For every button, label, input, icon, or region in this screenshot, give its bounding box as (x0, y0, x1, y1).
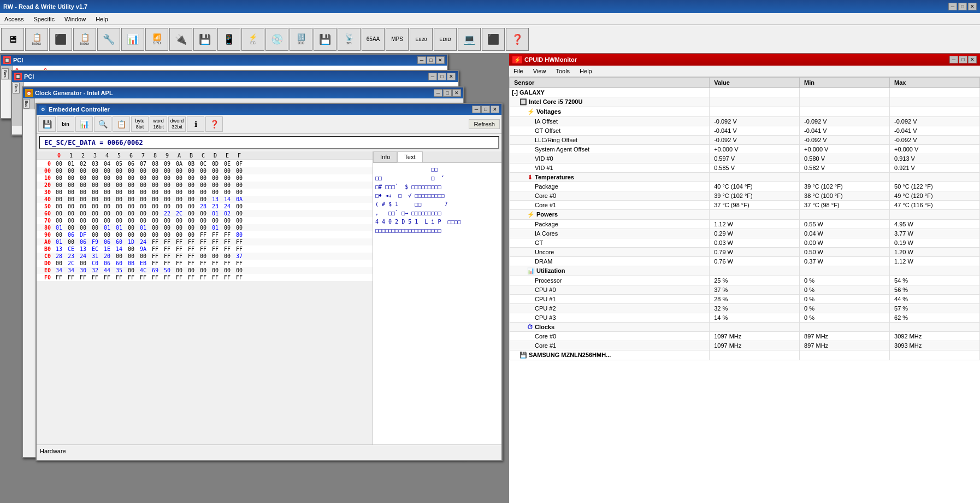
hex-cell-C0-13[interactable]: 00 (209, 253, 221, 259)
hex-cell-E0-5[interactable]: 35 (113, 267, 125, 273)
clock-maximize[interactable]: □ (443, 89, 452, 97)
menu-specific[interactable]: Specific (31, 15, 57, 24)
hex-cell-E0-12[interactable]: 00 (197, 267, 209, 273)
hex-cell-70-1[interactable]: 00 (65, 218, 77, 224)
clock-minimize[interactable]: ─ (434, 89, 442, 97)
hex-cell-90-1[interactable]: 06 (65, 232, 77, 238)
hex-cell-70-5[interactable]: 00 (113, 218, 125, 224)
hex-cell-F0-12[interactable]: FF (197, 274, 209, 280)
hex-cell-C0-10[interactable]: FF (173, 253, 185, 259)
hex-cell-30-3[interactable]: 00 (89, 189, 101, 195)
hex-cell-50-2[interactable]: 00 (77, 203, 89, 209)
hex-cell-10-4[interactable]: 00 (101, 175, 113, 181)
hex-cell-A0-8[interactable]: FF (149, 239, 161, 245)
hex-cell-E0-11[interactable]: 00 (185, 267, 197, 273)
tool-btn-2[interactable]: ⬛ (49, 28, 72, 51)
hex-cell-00-5[interactable]: 00 (113, 168, 125, 174)
hex-cell-80-4[interactable]: 01 (101, 225, 113, 231)
hex-cell-20-9[interactable]: 00 (161, 182, 173, 188)
hex-cell-C0-6[interactable]: 00 (125, 253, 137, 259)
hex-cell-60-11[interactable]: 00 (185, 210, 197, 217)
hex-cell-D0-9[interactable]: FF (161, 260, 173, 266)
hex-cell-F0-8[interactable]: FF (149, 274, 161, 280)
hex-cell-20-0[interactable]: 00 (53, 182, 65, 188)
hex-cell-40-10[interactable]: 00 (173, 196, 185, 202)
hex-cell-40-14[interactable]: 14 (221, 196, 233, 202)
hex-cell-D0-10[interactable]: FF (173, 260, 185, 266)
hex-cell-A0-7[interactable]: 24 (137, 239, 149, 245)
hex-cell-70-14[interactable]: 00 (221, 218, 233, 224)
hex-cell-C0-14[interactable]: 00 (221, 253, 233, 259)
hex-cell-60-8[interactable]: 00 (149, 210, 161, 217)
hex-cell-40-8[interactable]: 00 (149, 196, 161, 202)
tool-btn-edid[interactable]: EDID (434, 28, 457, 51)
hex-cell-00-4[interactable]: 00 (101, 168, 113, 174)
hex-cell-60-12[interactable]: 00 (197, 210, 209, 217)
hwmon-menu-help[interactable]: Help (577, 67, 594, 75)
hex-cell-0-0[interactable]: 00 (53, 161, 65, 167)
hex-cell-E0-8[interactable]: 69 (149, 267, 161, 273)
hex-cell-E0-10[interactable]: 00 (173, 267, 185, 273)
hex-cell-00-8[interactable]: 00 (149, 168, 161, 174)
tool-btn-13[interactable]: 💾 (314, 28, 336, 51)
hex-cell-10-13[interactable]: 00 (209, 175, 221, 181)
hex-cell-C0-11[interactable]: FF (185, 253, 197, 259)
tool-btn-9[interactable]: 📱 (217, 28, 240, 51)
hex-cell-20-15[interactable]: 00 (233, 182, 245, 188)
tab-text[interactable]: Text (397, 151, 422, 162)
hex-cell-50-3[interactable]: 00 (89, 203, 101, 209)
ec-tool-byte[interactable]: byte8bit (131, 116, 149, 132)
hex-cell-80-11[interactable]: 00 (185, 225, 197, 231)
hex-cell-50-10[interactable]: 00 (173, 203, 185, 209)
ec-tool-help[interactable]: ❓ (205, 116, 223, 132)
hex-cell-E0-9[interactable]: 50 (161, 267, 173, 273)
hex-cell-00-10[interactable]: 00 (173, 168, 185, 174)
hex-cell-40-12[interactable]: 00 (197, 196, 209, 202)
tool-btn-index2[interactable]: 📋index (73, 28, 96, 51)
hex-cell-C0-4[interactable]: 20 (101, 253, 113, 259)
tool-btn-19[interactable]: 💻 (458, 28, 481, 51)
hwmonitor-titlebar[interactable]: ⚡ CPUID HWMonitor ─ □ ✕ (509, 54, 980, 66)
hex-cell-B0-1[interactable]: CE (65, 246, 77, 252)
hex-cell-D0-1[interactable]: 2C (65, 260, 77, 266)
hex-cell-20-11[interactable]: 00 (185, 182, 197, 188)
hex-cell-F0-7[interactable]: FF (137, 274, 149, 280)
tool-btn-20[interactable]: ⬛ (482, 28, 505, 51)
hex-cell-10-14[interactable]: 00 (221, 175, 233, 181)
hex-cell-00-13[interactable]: 00 (209, 168, 221, 174)
hex-cell-C0-3[interactable]: 31 (89, 253, 101, 259)
hex-cell-30-9[interactable]: 00 (161, 189, 173, 195)
hex-cell-A0-11[interactable]: FF (185, 239, 197, 245)
ec-close[interactable]: ✕ (491, 106, 499, 113)
hex-cell-50-12[interactable]: 28 (197, 203, 209, 209)
hex-cell-80-0[interactable]: 01 (53, 225, 65, 231)
hex-cell-B0-2[interactable]: 13 (77, 246, 89, 252)
hex-cell-60-15[interactable]: 00 (233, 210, 245, 217)
ec-tool-info[interactable]: ℹ (187, 116, 204, 132)
hex-cell-00-12[interactable]: 00 (197, 168, 209, 174)
hex-cell-00-0[interactable]: 00 (53, 168, 65, 174)
ec-window-titlebar[interactable]: ⚙ Embedded Controller ─ □ ✕ (37, 104, 501, 115)
ec-tool-word[interactable]: word16bit (150, 116, 167, 132)
hex-cell-F0-11[interactable]: FF (185, 274, 197, 280)
hex-cell-B0-13[interactable]: FF (209, 246, 221, 252)
hex-cell-B0-14[interactable]: FF (221, 246, 233, 252)
pci-win2-close[interactable]: ✕ (447, 73, 456, 80)
tool-btn-ec[interactable]: ⚡EC (241, 28, 264, 51)
pci-win1-minimize[interactable]: ─ (417, 56, 426, 64)
hex-cell-10-5[interactable]: 00 (113, 175, 125, 181)
hex-cell-30-13[interactable]: 00 (209, 189, 221, 195)
hex-cell-30-4[interactable]: 00 (101, 189, 113, 195)
tool-btn-e820[interactable]: E820 (410, 28, 433, 51)
hex-cell-F0-1[interactable]: FF (65, 274, 77, 280)
hex-cell-60-7[interactable]: 00 (137, 210, 149, 217)
menu-access[interactable]: Access (2, 15, 26, 24)
hex-cell-20-14[interactable]: 00 (221, 182, 233, 188)
tool-btn-5[interactable]: 📊 (121, 28, 144, 51)
hex-cell-50-8[interactable]: 00 (149, 203, 161, 209)
hex-cell-20-2[interactable]: 00 (77, 182, 89, 188)
hex-cell-90-14[interactable]: FF (221, 232, 233, 238)
hex-cell-90-4[interactable]: 00 (101, 232, 113, 238)
hex-cell-E0-2[interactable]: 30 (77, 267, 89, 273)
hex-cell-A0-12[interactable]: FF (197, 239, 209, 245)
